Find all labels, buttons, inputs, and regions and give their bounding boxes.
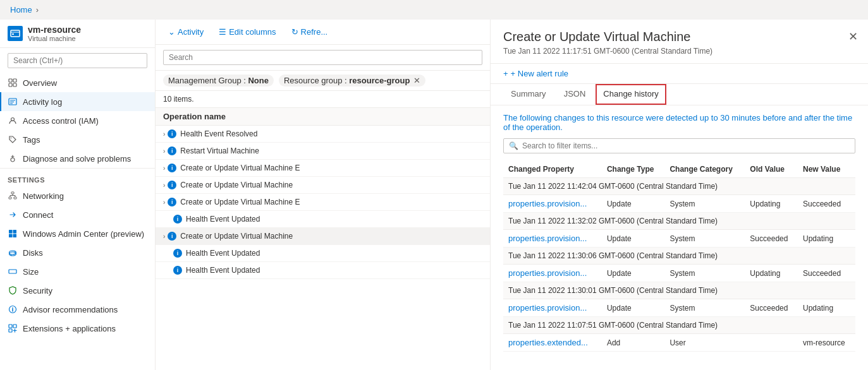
- sidebar-item-extensions[interactable]: Extensions + applications: [0, 319, 155, 338]
- date-row-cell: Tue Jan 11 2022 11:30:01 GMT-0600 (Centr…: [503, 282, 855, 299]
- sidebar-item-networking[interactable]: Networking: [0, 186, 155, 205]
- list-item[interactable]: i Health Event Updated: [156, 211, 490, 228]
- svg-rect-17: [9, 230, 13, 234]
- svg-rect-0: [11, 30, 20, 37]
- change-description-before: The following: [503, 113, 554, 122]
- change-search-input[interactable]: [522, 141, 850, 150]
- tab-summary-label: Summary: [511, 89, 546, 98]
- col-change-type: Change Type: [602, 161, 665, 178]
- activity-label: Activity: [178, 27, 204, 37]
- list-item[interactable]: i Health Event Updated: [156, 245, 490, 262]
- refresh-icon: ↻: [291, 27, 298, 37]
- disks-label: Disks: [23, 248, 43, 258]
- diagnose-icon: [8, 153, 18, 164]
- sidebar-item-disks[interactable]: Disks: [0, 243, 155, 262]
- svg-rect-26: [13, 325, 16, 328]
- change-row: properties.provision...UpdateSystemSucce…: [503, 230, 855, 248]
- list-item[interactable]: › i Create or Update Virtual Machine: [156, 177, 490, 194]
- tab-change-history[interactable]: Change history: [596, 84, 666, 105]
- edit-columns-btn[interactable]: ☰ Edit columns: [214, 25, 281, 39]
- list-item-name: Create or Update Virtual Machine: [180, 181, 293, 189]
- plus-icon: +: [503, 69, 508, 78]
- property-link[interactable]: properties.provision...: [508, 303, 587, 313]
- list-item-name: Create or Update Virtual Machine E: [180, 198, 300, 206]
- tab-json[interactable]: JSON: [556, 84, 594, 105]
- tab-change-history-label: Change history: [603, 89, 658, 98]
- networking-icon: [8, 191, 18, 201]
- breadcrumb-home[interactable]: Home: [10, 5, 32, 15]
- filter-chip-resource-group: Resource group : resource-group ✕: [279, 75, 425, 87]
- col-new-value: New Value: [798, 161, 855, 178]
- activity-dropdown-btn[interactable]: ⌄ Activity: [163, 25, 209, 39]
- extensions-icon: [8, 323, 18, 333]
- resource-header: vm-resource Virtual machine: [0, 20, 155, 48]
- detail-close-button[interactable]: ✕: [848, 30, 858, 44]
- edit-columns-label: Edit columns: [229, 27, 276, 37]
- filter-chip-close-icon[interactable]: ✕: [413, 76, 420, 85]
- list-item-name: Restart Virtual Machine: [180, 146, 259, 155]
- property-link[interactable]: properties.provision...: [508, 234, 587, 243]
- new-alert-rule-button[interactable]: + + New alert rule: [503, 69, 568, 78]
- expand-icon: ›: [163, 199, 165, 206]
- date-row-cell: Tue Jan 11 2022 11:42:04 GMT-0600 (Centr…: [503, 178, 855, 195]
- list-item[interactable]: › i Create or Update Virtual Machine E: [156, 160, 490, 177]
- sidebar-item-windows-admin[interactable]: Windows Admin Center (preview): [0, 224, 155, 243]
- windows-admin-icon: [8, 229, 18, 239]
- tab-summary[interactable]: Summary: [503, 84, 554, 105]
- change-type-cell: Update: [602, 230, 665, 248]
- activity-list: Operation name › i Health Event Resolved…: [156, 108, 490, 370]
- sidebar: vm-resource Virtual machine Overview: [0, 20, 156, 370]
- detail-panel: Create or Update Virtual Machine Tue Jan…: [491, 20, 868, 370]
- overview-label: Overview: [23, 78, 57, 88]
- sidebar-item-size[interactable]: Size: [0, 262, 155, 281]
- sidebar-item-diagnose[interactable]: Diagnose and solve problems: [0, 149, 155, 168]
- sidebar-item-activity-log[interactable]: Activity log: [0, 92, 155, 111]
- size-icon: [8, 266, 18, 277]
- date-row-cell: Tue Jan 11 2022 11:07:51 GMT-0600 (Centr…: [503, 317, 855, 334]
- sidebar-item-security[interactable]: Security: [0, 281, 155, 300]
- sidebar-item-advisor[interactable]: Advisor recommendations: [0, 300, 155, 319]
- sidebar-search-input[interactable]: [8, 53, 147, 68]
- svg-rect-5: [9, 83, 12, 87]
- change-description: The following changes to this resource w…: [503, 113, 855, 132]
- change-description-link[interactable]: changes: [554, 113, 585, 122]
- edit-columns-icon: ☰: [219, 27, 226, 37]
- detail-tabs: Summary JSON Change history: [491, 84, 868, 105]
- filter-management-group-label: Management Group : None: [168, 76, 269, 85]
- list-item[interactable]: › i Create or Update Virtual Machine: [156, 228, 490, 245]
- old-value-cell: Succeeded: [745, 299, 798, 317]
- new-value-cell: Succeeded: [798, 195, 855, 213]
- sidebar-nav: Overview Activity log: [0, 73, 155, 370]
- activity-log-label: Activity log: [23, 97, 62, 107]
- change-type-cell: Add: [602, 334, 665, 352]
- activity-toolbar: ⌄ Activity ☰ Edit columns ↻ Refre...: [156, 20, 490, 45]
- content-area: ⌄ Activity ☰ Edit columns ↻ Refre... Man…: [156, 20, 868, 370]
- property-link[interactable]: properties.provision...: [508, 268, 587, 278]
- change-category-cell: System: [664, 230, 745, 248]
- items-count: 10 items.: [156, 91, 490, 108]
- col-changed-property: Changed Property: [503, 161, 602, 178]
- info-icon: i: [173, 215, 182, 224]
- list-item[interactable]: › i Health Event Resolved: [156, 126, 490, 143]
- activity-log-icon: [8, 97, 18, 107]
- activity-search-input[interactable]: [163, 50, 482, 65]
- date-row-cell: Tue Jan 11 2022 11:32:02 GMT-0600 (Centr…: [503, 213, 855, 230]
- new-value-cell: Updating: [798, 230, 855, 248]
- property-link[interactable]: properties.provision...: [508, 199, 587, 208]
- tab-json-label: JSON: [564, 89, 586, 98]
- detail-actions: + + New alert rule: [491, 64, 868, 84]
- sidebar-item-access-control[interactable]: Access control (IAM): [0, 111, 155, 130]
- sidebar-item-overview[interactable]: Overview: [0, 73, 155, 92]
- list-item[interactable]: i Health Event Updated: [156, 262, 490, 279]
- expand-icon: ›: [163, 182, 165, 189]
- windows-admin-label: Windows Admin Center (preview): [23, 229, 144, 239]
- refresh-btn[interactable]: ↻ Refre...: [286, 25, 333, 39]
- sidebar-item-tags[interactable]: Tags: [0, 130, 155, 149]
- property-link[interactable]: properties.extended...: [508, 338, 588, 347]
- list-item[interactable]: › i Restart Virtual Machine: [156, 143, 490, 160]
- chevron-down-icon: ⌄: [168, 27, 175, 37]
- sidebar-item-connect[interactable]: Connect: [0, 205, 155, 224]
- change-content: The following changes to this resource w…: [491, 105, 868, 370]
- expand-icon: ›: [163, 233, 165, 240]
- list-item[interactable]: › i Create or Update Virtual Machine E: [156, 194, 490, 211]
